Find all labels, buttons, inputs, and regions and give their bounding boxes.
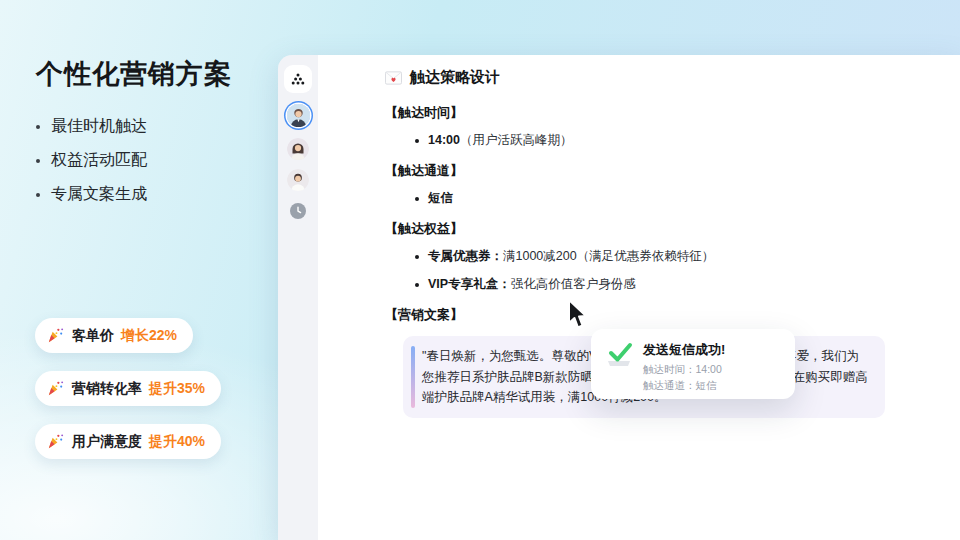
stat-value: 提升35% [149,380,205,398]
feature-item: 专属文案生成 [36,184,271,205]
sms-success-toast: 发送短信成功! 触达时间：14:00 触达通道：短信 [591,329,795,399]
feature-item-label: 权益活动匹配 [51,150,147,171]
stat-value: 增长22% [121,327,177,345]
section-title-benefits: 【触达权益】 [385,220,920,238]
list-item-text: 14:00（用户活跃高峰期） [428,132,572,149]
toast-title: 发送短信成功! [643,341,725,359]
list-item: 短信 [415,190,920,207]
toast-line-channel: 触达通道：短信 [643,379,717,393]
sidebar-avatar-selected[interactable] [287,104,310,127]
party-popper-icon [46,326,65,345]
sidebar-rail [278,55,318,540]
bullet-dot [36,125,40,129]
section-title-time: 【触达时间】 [385,104,920,122]
list-item: 14:00（用户活跃高峰期） [415,132,920,149]
stats-badges: 客单价 增长22% 营销转化率 提升35% 用户满意度 提升40% [35,318,221,477]
section-title-copy: 【营销文案】 [385,306,920,324]
sidebar-avatar-3[interactable] [287,169,309,191]
bullet-dot [415,139,419,143]
section-title-channel: 【触达通道】 [385,162,920,180]
success-check-icon [604,341,634,369]
list-item: 专属优惠券：满1000减200（满足优惠券依赖特征） [415,248,920,265]
feature-item: 权益活动匹配 [36,150,271,171]
feature-item: 最佳时机触达 [36,116,271,137]
avatar-man-icon [287,104,310,127]
bullet-dot [36,193,40,197]
bullet-dot [36,159,40,163]
avatar-man-icon [287,169,309,191]
bullet-dot [415,255,419,259]
page-title: 个性化营销方案 [36,56,271,92]
party-popper-icon [46,432,65,451]
feature-item-label: 专属文案生成 [51,184,147,205]
feature-item-label: 最佳时机触达 [51,116,147,137]
list-item-text: 短信 [428,190,453,207]
stat-badge-conversion: 营销转化率 提升35% [35,371,221,406]
app-window: 触达策略设计 【触达时间】 14:00（用户活跃高峰期） 【触达通道】 短信 【… [278,55,960,540]
hero-panel: 个性化营销方案 最佳时机触达 权益活动匹配 专属文案生成 [36,56,271,218]
history-clock-icon[interactable] [290,203,306,219]
document-pane: 触达策略设计 【触达时间】 14:00（用户活跃高峰期） 【触达通道】 短信 【… [318,55,960,540]
app-logo[interactable] [284,65,312,93]
sidebar-avatar-2[interactable] [287,138,309,160]
doc-heading: 触达策略设计 [385,68,920,87]
stat-label: 客单价 [72,327,114,345]
doc-heading-text: 触达策略设计 [410,68,500,87]
list-item-text: VIP专享礼盒：强化高价值客户身份感 [428,276,636,293]
stat-badge-order-value: 客单价 增长22% [35,318,193,353]
logo-mark-icon [290,71,306,87]
feature-list: 最佳时机触达 权益活动匹配 专属文案生成 [36,116,271,205]
bullet-dot [415,283,419,287]
stat-badge-satisfaction: 用户满意度 提升40% [35,424,221,459]
stat-label: 用户满意度 [72,433,142,451]
toast-line-time: 触达时间：14:00 [643,363,722,377]
bullet-dot [415,197,419,201]
list-item: VIP专享礼盒：强化高价值客户身份感 [415,276,920,293]
party-popper-icon [46,379,65,398]
list-item-text: 专属优惠券：满1000减200（满足优惠券依赖特征） [428,248,714,265]
stat-label: 营销转化率 [72,380,142,398]
avatar-woman-icon [287,138,309,160]
stat-value: 提升40% [149,433,205,451]
love-letter-icon [385,71,402,85]
